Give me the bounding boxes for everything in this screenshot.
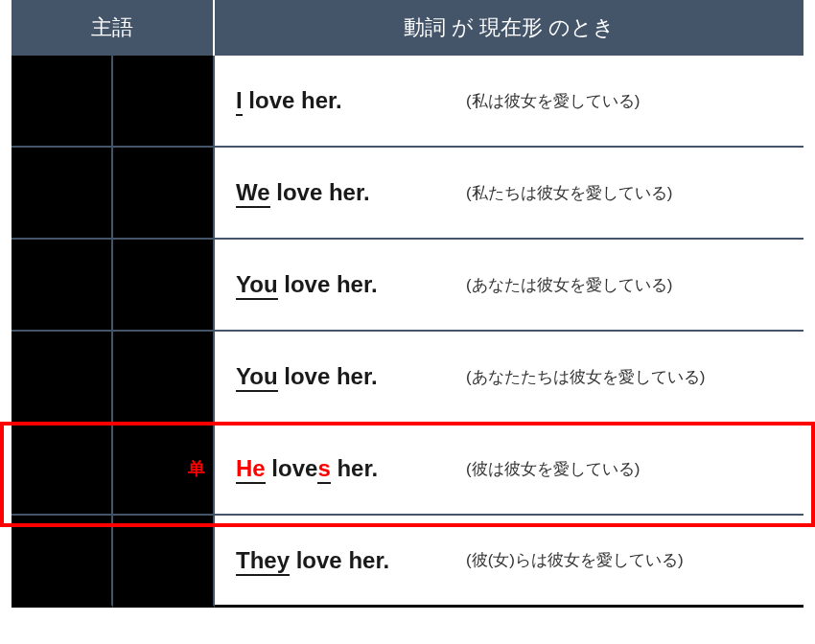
english-sentence: He loves her.	[236, 455, 378, 482]
english-sentence: I love her.	[236, 87, 342, 114]
verb-rest: love her.	[278, 363, 378, 389]
header-subject: 主語	[12, 0, 215, 56]
person-cell	[12, 148, 113, 240]
number-label: 複	[188, 549, 205, 572]
japanese-translation: (彼は彼女を愛している)	[466, 458, 640, 480]
example-cell: I love her. (私は彼女を愛している)	[215, 56, 803, 148]
verb-suffix: her.	[331, 455, 378, 481]
table-header-row: 主語 動詞 が 現在形 のとき	[12, 0, 803, 56]
person-cell	[12, 424, 113, 516]
japanese-translation: (私は彼女を愛している)	[466, 90, 640, 112]
subject-underlined: You	[236, 363, 278, 392]
table-row: We love her. (私たちは彼女を愛している)	[12, 148, 803, 240]
number-cell	[113, 240, 215, 332]
example-cell: We love her. (私たちは彼女を愛している)	[215, 148, 803, 240]
subject-underlined: They	[236, 547, 290, 576]
english-sentence: You love her.	[236, 363, 378, 390]
english-sentence: You love her.	[236, 271, 378, 298]
person-cell	[12, 240, 113, 332]
japanese-translation: (私たちは彼女を愛している)	[466, 182, 672, 204]
table-row-highlighted: 单 He loves her. (彼は彼女を愛している)	[12, 424, 803, 516]
verb-s-red: s	[317, 455, 330, 484]
subject-underlined: You	[236, 271, 278, 300]
verb-prefix: love	[266, 455, 318, 481]
number-cell	[113, 56, 215, 148]
table-row: You love her. (あなたは彼女を愛している)	[12, 240, 803, 332]
table-row: 複 They love her. (彼(女)らは彼女を愛している)	[12, 516, 803, 608]
person-cell	[12, 332, 113, 424]
example-cell: You love her. (あなたは彼女を愛している)	[215, 240, 803, 332]
verb-rest: love her.	[290, 547, 389, 573]
verb-rest: love her.	[243, 87, 342, 113]
subject-underlined: We	[236, 179, 270, 208]
number-cell	[113, 332, 215, 424]
example-cell: They love her. (彼(女)らは彼女を愛している)	[215, 516, 803, 608]
japanese-translation: (あなたたちは彼女を愛している)	[466, 366, 705, 388]
number-label: 单	[188, 457, 205, 480]
example-cell: He loves her. (彼は彼女を愛している)	[215, 424, 803, 516]
verb-rest: love her.	[270, 179, 370, 205]
japanese-translation: (彼(女)らは彼女を愛している)	[466, 549, 684, 571]
table-row: You love her. (あなたたちは彼女を愛している)	[12, 332, 803, 424]
number-cell: 複	[113, 516, 215, 608]
verb-rest: love her.	[278, 271, 378, 297]
number-cell	[113, 148, 215, 240]
example-cell: You love her. (あなたたちは彼女を愛している)	[215, 332, 803, 424]
english-sentence: They love her.	[236, 547, 389, 574]
person-cell	[12, 516, 113, 608]
header-verb: 動詞 が 現在形 のとき	[215, 0, 803, 56]
table-row: I love her. (私は彼女を愛している)	[12, 56, 803, 148]
grammar-table: 主語 動詞 が 現在形 のとき I love her. (私は彼女を愛している)…	[12, 0, 803, 608]
subject-underlined: I	[236, 87, 243, 116]
number-cell: 单	[113, 424, 215, 516]
person-cell	[12, 56, 113, 148]
subject-underlined-red: He	[236, 455, 266, 484]
japanese-translation: (あなたは彼女を愛している)	[466, 274, 672, 296]
english-sentence: We love her.	[236, 179, 370, 206]
